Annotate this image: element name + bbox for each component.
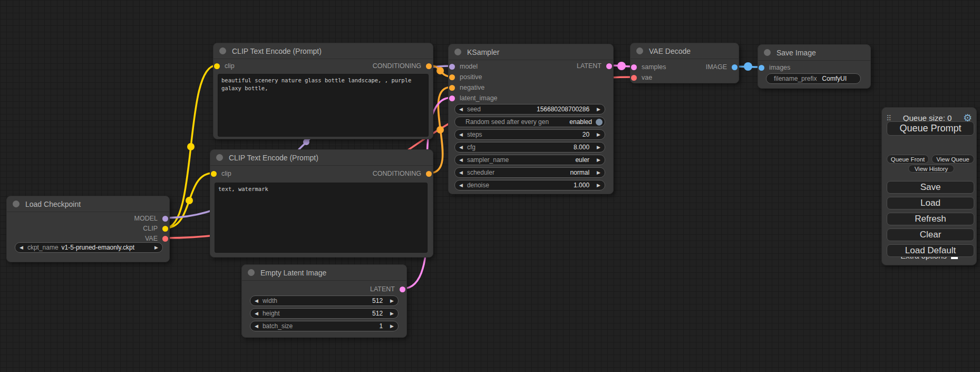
collapse-dot[interactable] (248, 269, 255, 276)
latent-port-dot[interactable] (631, 64, 637, 70)
decrement-arrow-icon[interactable]: ◀ (250, 321, 263, 331)
link-midpoint-dot[interactable] (436, 67, 444, 74)
batch-size-widget[interactable]: ◀ batch_size 1 ▶ (250, 321, 399, 331)
negative-prompt-textarea[interactable]: text, watermark (215, 183, 428, 253)
view-queue-button[interactable]: View Queue (932, 155, 974, 164)
collapse-dot[interactable] (216, 154, 223, 161)
load-button[interactable]: Load (887, 197, 974, 209)
node-clip-text-encode-negative[interactable]: CLIP Text Encode (Prompt) clip CONDITION… (210, 149, 433, 257)
node-title-bar[interactable]: CLIP Text Encode (Prompt) (210, 150, 433, 166)
scheduler-widget[interactable]: ◀ scheduler normal ▶ (454, 167, 605, 178)
model-port-dot[interactable] (162, 216, 168, 222)
output-conditioning[interactable]: CONDITIONING (373, 170, 432, 177)
cfg-widget[interactable]: ◀ cfg 8.000 ▶ (454, 142, 605, 152)
positive-prompt-textarea[interactable]: beautiful scenery nature glass bottle la… (218, 74, 429, 137)
input-positive[interactable]: positive (449, 73, 482, 81)
output-latent[interactable]: LATENT (370, 285, 405, 293)
decrement-arrow-icon[interactable]: ◀ (455, 142, 467, 152)
node-save-image[interactable]: Save Image images filename_prefix ComfyU… (758, 44, 871, 89)
input-latent-image[interactable]: latent_image (449, 94, 498, 102)
steps-widget[interactable]: ◀ steps 20 ▶ (454, 129, 605, 140)
ckpt-name-widget[interactable]: ◀ ckpt_name v1-5-pruned-emaonly.ckpt ▶ (15, 242, 163, 253)
decrement-arrow-icon[interactable]: ◀ (455, 129, 467, 140)
node-load-checkpoint[interactable]: Load Checkpoint MODEL CLIP VAE ◀ ckpt_na… (6, 196, 170, 262)
decrement-arrow-icon[interactable]: ◀ (250, 308, 263, 319)
input-clip[interactable]: clip (214, 62, 235, 70)
collapse-dot[interactable] (454, 49, 461, 55)
output-vae[interactable]: VAE (145, 235, 168, 242)
save-button[interactable]: Save (887, 181, 974, 194)
node-title-bar[interactable]: VAE Decode (630, 43, 739, 59)
conditioning-port-dot[interactable] (449, 85, 455, 91)
increment-arrow-icon[interactable]: ▶ (593, 104, 605, 115)
node-title-bar[interactable]: Load Checkpoint (7, 196, 169, 212)
clip-port-dot[interactable] (214, 63, 220, 69)
node-title-bar[interactable]: Empty Latent Image (242, 265, 406, 281)
load-default-button[interactable]: Load Default (887, 244, 974, 257)
decrement-arrow-icon[interactable]: ◀ (455, 104, 467, 115)
sampler-name-widget[interactable]: ◀ sampler_name euler ▶ (454, 155, 605, 165)
collapse-dot[interactable] (13, 201, 20, 207)
toggle-dot[interactable] (596, 119, 603, 126)
increment-arrow-icon[interactable]: ▶ (593, 129, 605, 140)
vae-port-dot[interactable] (631, 75, 637, 81)
clip-port-dot[interactable] (162, 226, 168, 232)
increment-arrow-icon[interactable]: ▶ (150, 242, 162, 253)
collapse-dot[interactable] (764, 49, 771, 56)
increment-arrow-icon[interactable]: ▶ (593, 142, 605, 152)
conditioning-port-dot[interactable] (426, 171, 432, 177)
input-samples[interactable]: samples (631, 63, 666, 71)
node-title-bar[interactable]: Save Image (758, 45, 870, 61)
node-graph-canvas[interactable]: Load Checkpoint MODEL CLIP VAE ◀ ckpt_na… (0, 0, 980, 372)
output-image[interactable]: IMAGE (706, 63, 738, 71)
link-midpoint-dot[interactable] (303, 139, 309, 145)
increment-arrow-icon[interactable]: ▶ (593, 167, 605, 178)
queue-front-button[interactable]: Queue Front (887, 155, 929, 164)
filename-prefix-widget[interactable]: filename_prefix ComfyUI (766, 73, 861, 84)
node-title-bar[interactable]: CLIP Text Encode (Prompt) (214, 43, 433, 59)
image-port-dot[interactable] (759, 65, 764, 71)
random-seed-toggle-widget[interactable]: Random seed after every gen enabled (454, 117, 605, 127)
queue-prompt-button[interactable]: Queue Prompt (887, 121, 974, 136)
decrement-arrow-icon[interactable]: ◀ (455, 155, 467, 165)
output-conditioning[interactable]: CONDITIONING (373, 62, 432, 70)
link-midpoint-dot[interactable] (744, 62, 752, 71)
output-latent[interactable]: LATENT (577, 62, 612, 70)
node-empty-latent-image[interactable]: Empty Latent Image LATENT ◀ width 512 ▶ … (241, 264, 407, 338)
decrement-arrow-icon[interactable]: ◀ (455, 180, 467, 190)
width-widget[interactable]: ◀ width 512 ▶ (250, 295, 399, 306)
node-title-bar[interactable]: KSampler (449, 44, 613, 60)
collapse-dot[interactable] (219, 47, 226, 54)
latent-port-dot[interactable] (606, 63, 612, 69)
link-midpoint-dot[interactable] (617, 62, 626, 70)
input-model[interactable]: model (449, 63, 478, 70)
output-clip[interactable]: CLIP (143, 225, 168, 232)
queue-panel[interactable]: ⠿ Queue size: 0 ⚙ Queue Prompt Extra opt… (881, 107, 977, 265)
output-model[interactable]: MODEL (134, 215, 168, 222)
decrement-arrow-icon[interactable]: ◀ (455, 167, 467, 178)
collapse-dot[interactable] (636, 47, 643, 54)
node-vae-decode[interactable]: VAE Decode samples vae IMAGE (630, 43, 739, 83)
node-ksampler[interactable]: KSampler model positive negative latent_… (448, 44, 614, 194)
clear-button[interactable]: Clear (887, 228, 974, 241)
link-midpoint-dot[interactable] (436, 126, 444, 133)
conditioning-port-dot[interactable] (449, 74, 455, 80)
decrement-arrow-icon[interactable]: ◀ (15, 242, 27, 253)
latent-port-dot[interactable] (449, 96, 455, 101)
latent-port-dot[interactable] (400, 287, 405, 292)
increment-arrow-icon[interactable]: ▶ (386, 321, 398, 331)
input-images[interactable]: images (759, 64, 790, 71)
image-port-dot[interactable] (732, 64, 738, 70)
model-port-dot[interactable] (449, 64, 455, 70)
increment-arrow-icon[interactable]: ▶ (593, 180, 605, 190)
link-midpoint-dot[interactable] (186, 197, 193, 204)
decrement-arrow-icon[interactable]: ◀ (250, 295, 263, 306)
refresh-button[interactable]: Refresh (887, 213, 974, 225)
seed-widget[interactable]: ◀ seed 156680208700286 ▶ (454, 104, 605, 115)
clip-port-dot[interactable] (211, 171, 217, 177)
view-history-button[interactable]: View History (908, 165, 954, 173)
denoise-widget[interactable]: ◀ denoise 1.000 ▶ (454, 180, 605, 190)
input-vae[interactable]: vae (631, 74, 652, 81)
node-clip-text-encode-positive[interactable]: CLIP Text Encode (Prompt) clip CONDITION… (213, 43, 433, 139)
increment-arrow-icon[interactable]: ▶ (386, 308, 398, 319)
